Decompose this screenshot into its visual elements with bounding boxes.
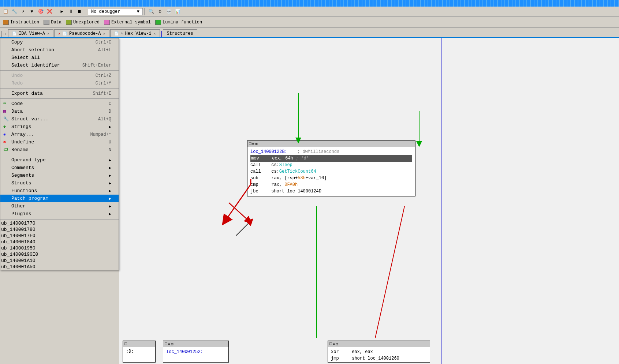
graph-area[interactable]: □≡⊞ loc_146 mov jmp □≡⊞ loc_146 cmp jge xyxy=(119,38,619,364)
func-item-6[interactable]: ub_14000190E0 xyxy=(0,251,119,258)
main-block-title: □≡⊞ xyxy=(247,141,415,147)
menu-data[interactable]: ▦ Data D xyxy=(0,108,119,115)
debugger-dropdown-icon: ▼ xyxy=(137,9,139,14)
legend-unexplored: Unexplored xyxy=(66,20,100,25)
structs-arrow: ▶ xyxy=(109,181,111,185)
main-line-jbe: jbe short loc_14000124D xyxy=(250,188,412,195)
menu-segments[interactable]: Segments ▶ xyxy=(0,172,119,179)
menu-operand-label: Operand type xyxy=(11,157,46,163)
menu-undefine[interactable]: ✖ Undefine U xyxy=(0,138,119,146)
call2-target: cs:GetTickCount64 xyxy=(271,169,316,174)
func-item-3[interactable]: ub_1400017F0 xyxy=(0,233,119,239)
menu-patch-program[interactable]: Patch program ▶ xyxy=(0,195,119,202)
cmp-instr: cmp xyxy=(250,181,269,188)
menu-rename[interactable]: 🏷 Rename N xyxy=(0,146,119,154)
bottom-block-1: □ :D: xyxy=(123,341,156,363)
tab-ida-view[interactable]: 📄 IDA View-A ✕ xyxy=(8,29,53,37)
menu-plugins-label: Plugins xyxy=(11,211,31,217)
menu-struct-label: Struct var... xyxy=(11,116,48,122)
tb-icon-6[interactable]: ❌ xyxy=(45,8,53,16)
main-block-content: loc_14000122B: ; dwMilliseconds mov ecx,… xyxy=(247,147,415,196)
debugger-selector[interactable]: No debugger ▼ xyxy=(88,8,143,15)
bb1-line1: :D: xyxy=(126,348,152,355)
menu-comments[interactable]: Comments ▶ xyxy=(0,164,119,172)
legend-lumina-color xyxy=(155,20,161,25)
tb-icon-10[interactable]: 📊 xyxy=(174,8,182,16)
view-icon-1[interactable]: □ xyxy=(1,31,8,37)
menu-structs[interactable]: Structs ▶ xyxy=(0,179,119,187)
func-item-1[interactable]: ub_140001770 xyxy=(0,220,119,226)
tb-icon-4[interactable]: ▼ xyxy=(28,8,36,16)
func-item-7[interactable]: ub_140001A10 xyxy=(0,258,119,264)
main-block-icons: □≡⊞ xyxy=(249,142,258,146)
tab-pseudo-close[interactable]: ✕ xyxy=(103,31,105,36)
menu-export-data[interactable]: Export data Shift+E xyxy=(0,90,119,97)
tb-icon-1[interactable]: 📋 xyxy=(1,8,10,16)
tb-icon-3[interactable]: ⚡ xyxy=(19,8,27,16)
tab-hex-close[interactable]: ✕ xyxy=(154,31,156,36)
menu-copy-label: Copy xyxy=(11,40,23,45)
menu-functions[interactable]: Functions ▶ xyxy=(0,187,119,195)
menu-other-label: Other xyxy=(11,203,26,209)
sub-instr: sub xyxy=(250,175,269,181)
other-arrow: ▶ xyxy=(109,204,111,209)
jmp-target: short loc_14001260 xyxy=(352,356,399,361)
menu-functions-label: Functions xyxy=(11,188,37,194)
func-item-8[interactable]: ub_140001A50 xyxy=(0,264,119,270)
menu-struct-var[interactable]: 🔧 Struct var... Alt+Q xyxy=(0,115,119,123)
menu-comments-label: Comments xyxy=(11,165,34,170)
tab-ida-close[interactable]: ✕ xyxy=(47,31,49,36)
menu-array[interactable]: ✳ Array... Numpad+* xyxy=(0,131,119,138)
menu-plugins[interactable]: Plugins ▶ xyxy=(0,210,119,218)
tb-icon-7[interactable]: 🔍 xyxy=(147,8,155,16)
bottom-block-2: □≡⊞ loc_140001252: xyxy=(163,341,229,363)
func-item-4[interactable]: ub_140001840 xyxy=(0,239,119,245)
menu-abort-selection[interactable]: Abort selection Alt+L xyxy=(0,46,119,54)
tab-pseudocode[interactable]: ✕ 📄 Pseudocode-A ✕ xyxy=(54,29,109,37)
menu-undo[interactable]: Undo Ctrl+Z xyxy=(0,72,119,79)
legend-external-color xyxy=(104,20,110,25)
menu-export-shortcut: Shift+E xyxy=(93,91,111,96)
cmp-args: rax, 0FA0h xyxy=(271,182,298,187)
mov-comment: ; 'd' xyxy=(296,156,309,161)
menu-copy-shortcut: Ctrl+C xyxy=(96,40,111,45)
sub-args: rax, [rsp+58h+var_10] xyxy=(271,176,327,181)
tab-pseudo-icon: ✕ xyxy=(58,31,60,36)
bb3-icons: □≡⊞ xyxy=(329,342,338,346)
main-line-title: loc_14000122B: ; dwMilliseconds xyxy=(250,149,412,155)
tab-hex-icon: 📄 xyxy=(114,31,119,36)
menu-code[interactable]: ⌨ Code C xyxy=(0,100,119,108)
tb-icon-2[interactable]: 🔧 xyxy=(10,8,18,16)
menu-redo[interactable]: Redo Ctrl+Y xyxy=(0,79,119,87)
patch-arrow: ▶ xyxy=(109,196,111,201)
menu-operand-type[interactable]: Operand type ▶ xyxy=(0,156,119,164)
bb2-content: loc_140001252: xyxy=(163,347,228,357)
tab-hex[interactable]: 📄 A Hex View-1 ✕ xyxy=(110,29,160,37)
menu-undefine-shortcut: U xyxy=(109,140,111,145)
context-menu: Copy Ctrl+C Abort selection Alt+L Select… xyxy=(0,38,119,270)
menu-strings[interactable]: ✤ Strings ▶ xyxy=(0,123,119,131)
bb1-content: :D: xyxy=(123,347,155,356)
legend-data: Data xyxy=(44,20,61,25)
func-item-5[interactable]: ub_140001950 xyxy=(0,245,119,251)
menu-other[interactable]: Other ▶ xyxy=(0,202,119,210)
tb-icon-9[interactable]: 💀 xyxy=(165,8,173,16)
operand-arrow: ▶ xyxy=(109,158,111,162)
main-line-cmp: cmp rax, 0FA0h xyxy=(250,181,412,188)
tb-icon-5[interactable]: 🎯 xyxy=(37,8,45,16)
tb-icon-8[interactable]: ⚙ xyxy=(156,8,164,16)
func-item-2[interactable]: ub_140001780 xyxy=(0,226,119,233)
stop-btn[interactable]: ⏹ xyxy=(75,8,83,16)
tab-structures[interactable]: Structures xyxy=(163,29,197,37)
menu-abort-shortcut: Alt+L xyxy=(98,48,111,53)
menu-select-identifier[interactable]: Select identifier Shift+Enter xyxy=(0,61,119,69)
sep1 xyxy=(55,8,56,15)
main-line-call2: call cs:GetTickCount64 xyxy=(250,168,412,175)
menu-select-all[interactable]: Select all xyxy=(0,54,119,61)
menu-select-id-label: Select identifier xyxy=(11,63,60,68)
menu-copy[interactable]: Copy Ctrl+C xyxy=(0,38,119,46)
menu-abort-label: Abort selection xyxy=(11,47,54,53)
bb1-title: □ xyxy=(123,341,155,347)
run-btn[interactable]: ▶ xyxy=(58,8,66,16)
pause-btn[interactable]: ⏸ xyxy=(67,8,75,16)
